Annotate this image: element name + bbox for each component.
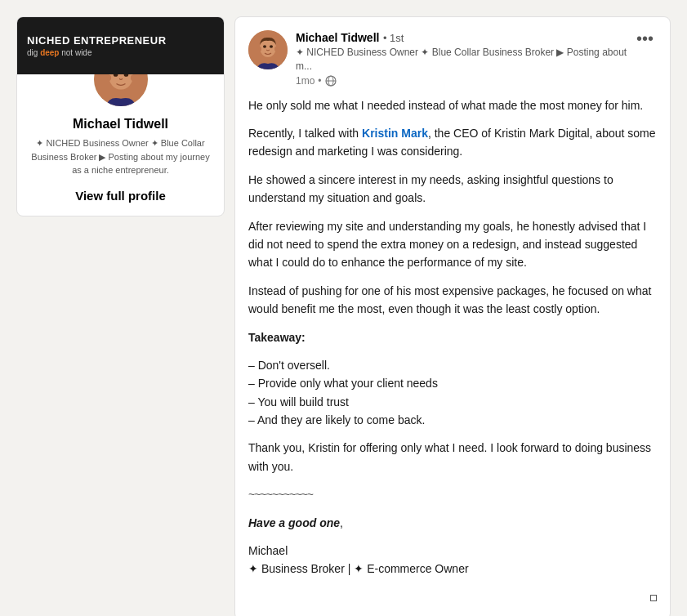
svg-point-3	[130, 75, 135, 81]
post-paragraph-8: Thank you, Kristin for offering only wha…	[248, 439, 657, 475]
sidebar-person-name: Michael Tidwell	[73, 117, 168, 132]
post-paragraph-7: – Don't oversell. – Provide only what yo…	[248, 356, 657, 430]
svg-point-12	[270, 45, 273, 48]
post-author-title: ✦ NICHED Business Owner ✦ Blue Collar Bu…	[296, 46, 633, 74]
post-header: Michael Tidwell • 1st ✦ NICHED Business …	[248, 30, 657, 87]
post-avatar	[248, 30, 288, 69]
post-paragraph-6: Takeaway:	[248, 328, 657, 346]
post-author-name: Michael Tidwell	[296, 31, 379, 44]
post-paragraph-4: After reviewing my site and understandin…	[248, 217, 657, 272]
post-paragraph-9: ~~~~~~~~~~~	[248, 485, 657, 503]
post-paragraph-1: He only sold me what I needed instead of…	[248, 96, 657, 114]
sidebar-card: NICHED ENTREPRENEUR dig deep not wide	[16, 16, 225, 216]
post-author-name-row: Michael Tidwell • 1st	[296, 30, 633, 45]
post-more-button[interactable]: •••	[633, 30, 657, 47]
post-meta: 1mo •	[296, 75, 633, 87]
post-author-degree: • 1st	[383, 32, 404, 44]
post-author-info: Michael Tidwell • 1st ✦ NICHED Business …	[296, 30, 633, 87]
post-paragraph-11: Michael ✦ Business Broker | ✦ E-commerce…	[248, 542, 657, 578]
post-paragraph-3: He showed a sincere interest in my needs…	[248, 171, 657, 208]
post-small-square	[248, 588, 657, 606]
sidebar-bio: ✦ NICHED Business Owner ✦ Blue Collar Bu…	[30, 136, 211, 177]
post-paragraph-5: Instead of pushing for one of his most e…	[248, 282, 657, 319]
banner: NICHED ENTREPRENEUR dig deep not wide	[17, 17, 224, 74]
globe-icon	[325, 75, 337, 87]
post-body: He only sold me what I needed instead of…	[248, 96, 657, 607]
view-profile-button[interactable]: View full profile	[75, 189, 166, 203]
post-paragraph-10: Have a good one,	[248, 514, 657, 532]
post-paragraph-2: Recently, I talked with Kristin Mark, th…	[248, 124, 657, 161]
small-square-icon	[650, 595, 657, 601]
svg-point-2	[106, 75, 111, 81]
svg-point-10	[274, 47, 278, 51]
page-container: NICHED ENTREPRENEUR dig deep not wide	[16, 16, 671, 616]
banner-tagline: dig deep not wide	[27, 48, 167, 57]
svg-point-11	[263, 45, 266, 48]
banner-title: NICHED ENTREPRENEUR	[27, 34, 167, 48]
svg-rect-13	[265, 57, 271, 64]
post-card: Michael Tidwell • 1st ✦ NICHED Business …	[234, 16, 671, 616]
svg-rect-6	[116, 90, 125, 99]
svg-point-9	[258, 47, 261, 51]
mention-link[interactable]: Kristin Mark	[362, 127, 428, 140]
banner-content: NICHED ENTREPRENEUR dig deep not wide	[27, 34, 167, 57]
avatar-section: Michael Tidwell ✦ NICHED Business Owner …	[17, 50, 224, 216]
